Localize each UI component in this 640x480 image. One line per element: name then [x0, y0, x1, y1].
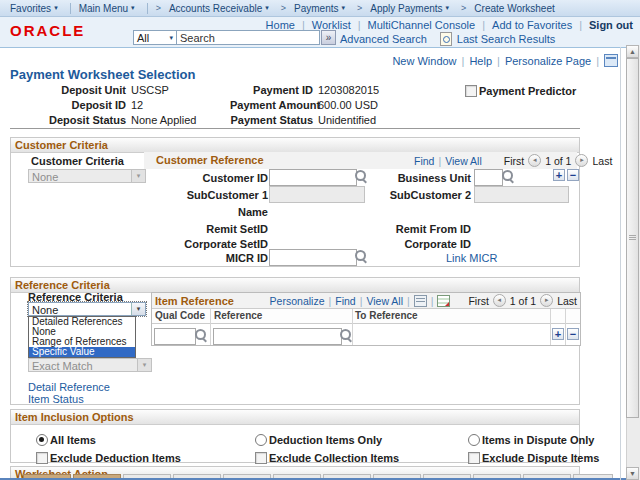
qual-code-input[interactable] — [154, 328, 196, 345]
help-link[interactable]: Help — [469, 55, 492, 67]
breadcrumb-payments[interactable]: Payments▾ — [294, 3, 345, 14]
payment-predictor-label: Payment Predictor — [479, 85, 576, 97]
scroll-down-icon[interactable]: ▼ — [626, 467, 639, 480]
item-inclusion-section: Item Inclusion Options All Items Deducti… — [10, 409, 580, 463]
download-to-excel-icon[interactable] — [437, 295, 450, 307]
divider: | — [579, 19, 582, 31]
deposit-unit-label: Deposit Unit — [20, 84, 126, 96]
divider: | — [358, 19, 361, 31]
all-items-radio[interactable] — [36, 434, 48, 446]
scroll-up-icon[interactable]: ▲ — [626, 45, 639, 58]
payment-id-value: 1203082015 — [318, 84, 379, 96]
payment-amount-label: Payment Amount — [230, 99, 313, 111]
divider: | — [497, 55, 500, 67]
remit-from-id-label: Remit From ID — [361, 223, 471, 235]
breadcrumb-create-worksheet[interactable]: Create Worksheet — [474, 3, 554, 14]
add-to-favorites-link[interactable]: Add to Favorites — [492, 19, 572, 31]
detail-reference-link[interactable]: Detail Reference — [28, 381, 110, 393]
payment-predictor-checkbox[interactable] — [465, 85, 477, 97]
reference-input[interactable] — [213, 328, 342, 345]
sign-out-link[interactable]: Sign out — [589, 19, 633, 31]
divider — [210, 309, 211, 345]
search-input[interactable] — [177, 30, 320, 45]
breadcrumb-main-menu[interactable]: Main Menu▾ — [79, 3, 135, 14]
micr-id-label: MICR ID — [151, 252, 268, 264]
first-label: First — [504, 155, 524, 167]
col-reference: Reference — [214, 310, 262, 321]
chevron-down-icon: ▾ — [265, 4, 269, 12]
deposit-id-value: 12 — [131, 99, 143, 111]
items-in-dispute-only-radio[interactable] — [468, 434, 480, 446]
multichannel-console-link[interactable]: MultiChannel Console — [368, 19, 476, 31]
previous-row-icon[interactable]: ◂ — [528, 154, 541, 167]
divider: | — [407, 295, 410, 307]
divider — [70, 3, 71, 14]
breadcrumb-apply-payments[interactable]: Apply Payments▾ — [370, 3, 449, 14]
exclude-deduction-items-checkbox[interactable] — [36, 452, 48, 464]
add-row-button[interactable]: + — [552, 328, 564, 340]
next-row-icon[interactable]: ▸ — [540, 294, 553, 307]
divider: | — [438, 155, 441, 167]
exclude-dispute-items-checkbox[interactable] — [468, 452, 480, 464]
divider — [10, 128, 580, 129]
exclude-deduction-items-label: Exclude Deduction Items — [50, 452, 181, 464]
find-link[interactable]: Find — [335, 295, 355, 307]
divider: | — [360, 295, 363, 307]
find-link[interactable]: Find — [414, 155, 434, 167]
chevron-down-icon: ▾ — [169, 34, 173, 42]
first-label: First — [468, 295, 488, 307]
reference-criteria-select-value: None — [29, 303, 131, 315]
search-scope-select[interactable]: All ▾ — [133, 30, 177, 45]
personalize-link[interactable]: Personalize — [270, 295, 325, 307]
deduction-items-only-radio[interactable] — [255, 434, 267, 446]
qual-code-lookup-icon[interactable] — [195, 329, 206, 340]
last-search-results-link[interactable]: Last Search Results — [457, 33, 555, 45]
corporate-setid-label: Corporate SetID — [151, 238, 268, 250]
scrollbar-thumb[interactable] — [626, 58, 639, 418]
micr-id-lookup-icon[interactable] — [355, 250, 366, 261]
col-to-reference: To Reference — [355, 310, 418, 321]
search-go-button[interactable]: » — [321, 30, 336, 45]
name-label: Name — [151, 206, 268, 218]
zoom-grid-icon[interactable] — [414, 295, 427, 307]
personalize-page-link[interactable]: Personalize Page — [505, 55, 591, 67]
customer-id-input[interactable] — [269, 169, 357, 186]
divider: | — [596, 55, 599, 67]
delete-row-button[interactable]: − — [567, 328, 579, 340]
divider: | — [462, 55, 465, 67]
grid-column-headers: Qual Code Reference To Reference — [152, 309, 580, 324]
previous-row-icon[interactable]: ◂ — [493, 294, 506, 307]
item-status-link[interactable]: Item Status — [28, 393, 84, 405]
reference-criteria-section: Reference Criteria Reference Criteria No… — [10, 277, 580, 405]
business-unit-lookup-icon[interactable] — [502, 170, 513, 181]
breadcrumb: Favorites▾ Main Menu▾ > Accounts Receiva… — [0, 0, 640, 17]
advanced-search-link[interactable]: Advanced Search — [340, 33, 427, 45]
dropdown-option-specific-value[interactable]: Specific Value — [29, 347, 135, 357]
next-row-icon[interactable]: ▸ — [575, 154, 588, 167]
breadcrumb-favorites[interactable]: Favorites▾ — [10, 3, 58, 14]
add-row-button[interactable]: + — [553, 169, 565, 181]
deposit-status-label: Deposit Status — [20, 114, 126, 126]
payment-status-label: Payment Status — [230, 114, 313, 126]
row-position: 1 of 1 — [545, 155, 571, 167]
breadcrumb-accounts-receivable[interactable]: Accounts Receivable▾ — [169, 3, 269, 14]
scrollbar-grip — [629, 235, 636, 236]
view-all-link[interactable]: View All — [445, 155, 482, 167]
exclude-collection-items-checkbox[interactable] — [255, 452, 267, 464]
view-all-link[interactable]: View All — [366, 295, 403, 307]
deposit-id-label: Deposit ID — [20, 99, 126, 111]
reference-criteria-select[interactable]: None ▾ — [28, 302, 146, 316]
new-window-link[interactable]: New Window — [392, 55, 456, 67]
micr-id-input[interactable] — [269, 249, 357, 266]
multichannel-window-icon[interactable] — [604, 54, 618, 67]
last-search-results-icon — [440, 32, 452, 46]
business-unit-input[interactable] — [474, 169, 503, 186]
customer-criteria-field-label: Customer Criteria — [31, 155, 124, 167]
app-header: ORACLE Home| Worklist| MultiChannel Cons… — [0, 17, 640, 48]
subcustomer2-input — [474, 186, 569, 203]
item-reference-title: Item Reference — [155, 295, 234, 307]
link-micr-link[interactable]: Link MICR — [446, 252, 497, 264]
reference-lookup-icon[interactable] — [340, 329, 351, 340]
subcustomer2-label: SubCustomer 2 — [361, 189, 471, 201]
delete-row-button[interactable]: − — [567, 169, 579, 181]
